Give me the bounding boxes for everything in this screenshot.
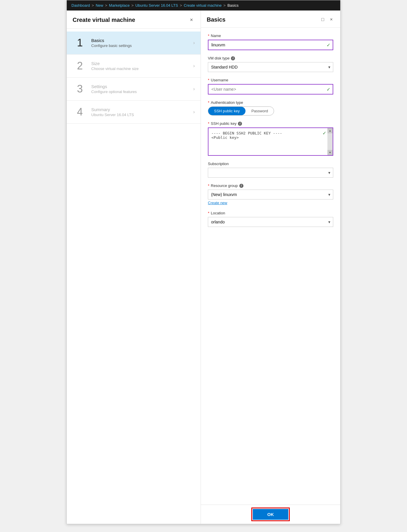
auth-type-required-star: *: [208, 100, 209, 105]
ssh-key-textarea[interactable]: [208, 128, 333, 154]
step-desc-2: Choose virtual machine size: [91, 66, 193, 71]
step-number-1: 1: [73, 37, 87, 49]
step-item-1[interactable]: 1 Basics Configure basic settings ›: [67, 32, 201, 55]
chevron-right-icon-2: ›: [193, 63, 195, 69]
right-panel-header: Basics □ ×: [201, 10, 340, 28]
resource-group-select[interactable]: (New) linuxvm: [208, 190, 333, 200]
step-number-4: 4: [73, 106, 87, 118]
main-content: Create virtual machine × 1 Basics Config…: [67, 10, 340, 524]
name-input-wrapper: ✓: [208, 40, 333, 50]
breadcrumb-create-vm[interactable]: Create virtual machine: [184, 3, 222, 8]
left-panel-close-button[interactable]: ×: [188, 16, 195, 24]
name-label: * Name: [208, 34, 333, 38]
resource-group-label-text: Resource group: [211, 183, 238, 188]
step-desc-1: Configure basic settings: [91, 43, 193, 48]
location-select-wrapper: orlandoeastuswestuscentralus ▾: [208, 217, 333, 227]
subscription-field-group: Subscription ▾: [208, 162, 333, 178]
create-new-link[interactable]: Create new: [208, 201, 227, 205]
step-desc-3: Configure optional features: [91, 90, 193, 94]
ssh-key-required-star: *: [208, 121, 209, 126]
username-label: * Username: [208, 78, 333, 82]
name-input[interactable]: [208, 40, 333, 50]
breadcrumb-new[interactable]: New: [96, 3, 103, 8]
vm-disk-type-select-wrapper: Standard HDDPremium SSDStandard SSD ▾: [208, 62, 333, 72]
chevron-right-icon-4: ›: [193, 109, 195, 115]
breadcrumb-marketplace[interactable]: Marketplace: [109, 3, 130, 8]
left-panel-title: Create virtual machine: [73, 17, 135, 23]
ssh-key-textarea-wrapper: ✓ ▲ ▼: [208, 127, 333, 156]
location-label-text: Location: [211, 211, 225, 215]
step-info-2: Size Choose virtual machine size: [91, 61, 193, 71]
left-panel: Create virtual machine × 1 Basics Config…: [67, 10, 201, 524]
vm-disk-type-info-icon: i: [231, 56, 235, 60]
step-number-3: 3: [73, 83, 87, 95]
form-body: * Name ✓ VM disk type i Standard: [201, 28, 340, 505]
resource-group-select-wrapper: (New) linuxvm ▾: [208, 190, 333, 200]
vm-disk-type-label-text: VM disk type: [208, 56, 229, 60]
ssh-scrollbar: ▲ ▼: [327, 128, 333, 155]
vm-disk-type-select[interactable]: Standard HDDPremium SSDStandard SSD: [208, 62, 333, 72]
location-label: * Location: [208, 211, 333, 215]
resource-group-field-group: * Resource group i (New) linuxvm ▾ Creat…: [208, 183, 333, 205]
step-title-1: Basics: [91, 38, 193, 43]
name-field-group: * Name ✓: [208, 34, 333, 50]
breadcrumb-sep-2: >: [105, 3, 107, 8]
ssh-scroll-down-button[interactable]: ▼: [327, 150, 333, 155]
subscription-label-text: Subscription: [208, 162, 229, 166]
chevron-right-icon-3: ›: [193, 86, 195, 92]
ssh-scroll-track: [327, 133, 333, 150]
ok-button[interactable]: OK: [253, 509, 289, 520]
step-item-2[interactable]: 2 Size Choose virtual machine size ›: [67, 55, 201, 78]
subscription-label: Subscription: [208, 162, 333, 166]
step-item-3[interactable]: 3 Settings Configure optional features ›: [67, 78, 201, 101]
location-field-group: * Location orlandoeastuswestuscentralus …: [208, 211, 333, 227]
step-title-2: Size: [91, 61, 193, 66]
name-label-text: Name: [211, 34, 221, 38]
auth-type-label-text: Authentication type: [211, 100, 243, 105]
ssh-scroll-up-button[interactable]: ▲: [327, 128, 333, 133]
vm-disk-type-label: VM disk type i: [208, 56, 333, 60]
breadcrumb-sep-3: >: [131, 3, 134, 8]
auth-type-toggle: SSH public key Password: [208, 106, 274, 116]
breadcrumb-dashboard[interactable]: Dashboard: [71, 3, 90, 8]
auth-type-label: * Authentication type: [208, 100, 333, 105]
step-title-3: Settings: [91, 84, 193, 89]
breadcrumb-sep-4: >: [180, 3, 182, 8]
ssh-key-field-group: * SSH public key i ✓ ▲ ▼: [208, 121, 333, 156]
step-item-4[interactable]: 4 Summary Ubuntu Server 16.04 LTS ›: [67, 101, 201, 124]
maximize-button[interactable]: □: [320, 16, 326, 23]
auth-password-button[interactable]: Password: [245, 107, 274, 115]
ssh-key-check-icon: ✓: [322, 130, 326, 136]
right-panel-actions: □ ×: [320, 16, 334, 23]
left-panel-header: Create virtual machine ×: [67, 10, 201, 29]
location-select[interactable]: orlandoeastuswestuscentralus: [208, 217, 333, 227]
ssh-key-label-text: SSH public key: [211, 121, 236, 126]
resource-group-required-star: *: [208, 183, 209, 188]
username-label-text: Username: [211, 78, 228, 82]
step-info-1: Basics Configure basic settings: [91, 38, 193, 48]
right-panel-close-button[interactable]: ×: [328, 16, 334, 23]
vm-disk-type-field-group: VM disk type i Standard HDDPremium SSDSt…: [208, 56, 333, 72]
auth-ssh-button[interactable]: SSH public key: [208, 107, 245, 115]
step-title-4: Summary: [91, 107, 193, 112]
right-panel: Basics □ × * Name ✓: [201, 10, 340, 524]
username-check-icon: ✓: [327, 87, 330, 92]
breadcrumb: Dashboard > New > Marketplace > Ubuntu S…: [67, 0, 340, 10]
step-number-2: 2: [73, 60, 87, 72]
breadcrumb-sep-5: >: [223, 3, 226, 8]
subscription-select-wrapper: ▾: [208, 168, 333, 178]
subscription-select[interactable]: [208, 168, 333, 178]
location-required-star: *: [208, 211, 209, 215]
username-input[interactable]: [208, 84, 333, 94]
ssh-key-info-icon: i: [238, 122, 242, 126]
breadcrumb-ubuntu[interactable]: Ubuntu Server 16.04 LTS: [135, 3, 178, 8]
step-info-3: Settings Configure optional features: [91, 84, 193, 94]
breadcrumb-sep-1: >: [92, 3, 94, 8]
right-panel-footer: OK: [201, 505, 340, 524]
app-container: Dashboard > New > Marketplace > Ubuntu S…: [66, 0, 341, 524]
username-input-wrapper: ✓: [208, 84, 333, 94]
username-field-group: * Username ✓: [208, 78, 333, 94]
resource-group-label: * Resource group i: [208, 183, 333, 188]
step-info-4: Summary Ubuntu Server 16.04 LTS: [91, 107, 193, 117]
chevron-right-icon-1: ›: [193, 40, 195, 46]
